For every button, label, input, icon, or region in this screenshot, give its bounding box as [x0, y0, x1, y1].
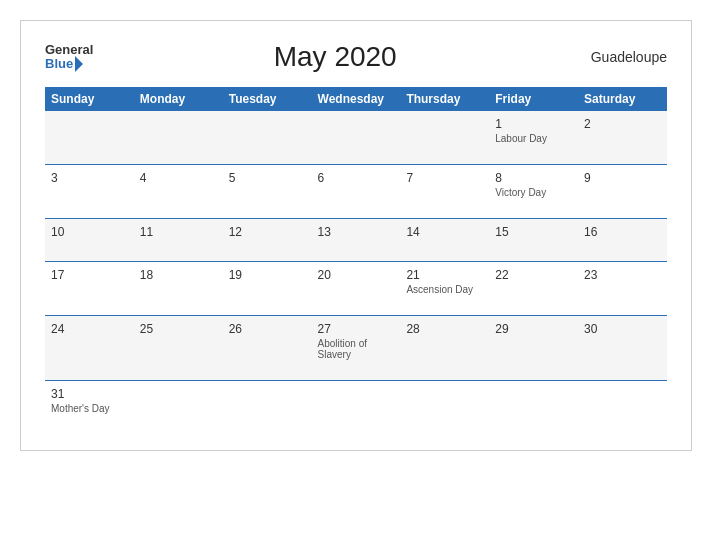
- table-row: [134, 111, 223, 165]
- day-number: 30: [584, 322, 661, 336]
- day-number: 20: [318, 268, 395, 282]
- table-row: [578, 381, 667, 435]
- calendar-header: General Blue May 2020 Guadeloupe: [45, 41, 667, 73]
- day-number: 6: [318, 171, 395, 185]
- col-sunday: Sunday: [45, 87, 134, 111]
- day-number: 9: [584, 171, 661, 185]
- day-number: 5: [229, 171, 306, 185]
- country-label: Guadeloupe: [577, 49, 667, 65]
- table-row: 2: [578, 111, 667, 165]
- day-number: 10: [51, 225, 128, 239]
- table-row: 26: [223, 316, 312, 381]
- calendar-page: General Blue May 2020 Guadeloupe Sunday …: [20, 20, 692, 451]
- table-row: 1Labour Day: [489, 111, 578, 165]
- holiday-label: Labour Day: [495, 133, 572, 144]
- logo: General Blue: [45, 43, 93, 72]
- col-monday: Monday: [134, 87, 223, 111]
- table-row: 19: [223, 262, 312, 316]
- table-row: 15: [489, 219, 578, 262]
- table-row: [400, 381, 489, 435]
- table-row: 12: [223, 219, 312, 262]
- col-wednesday: Wednesday: [312, 87, 401, 111]
- table-row: [223, 381, 312, 435]
- table-row: 7: [400, 165, 489, 219]
- col-saturday: Saturday: [578, 87, 667, 111]
- logo-triangle-icon: [75, 56, 83, 72]
- holiday-label: Abolition of Slavery: [318, 338, 395, 360]
- day-number: 18: [140, 268, 217, 282]
- table-row: 5: [223, 165, 312, 219]
- day-number: 21: [406, 268, 483, 282]
- table-row: [312, 381, 401, 435]
- logo-general-text: General: [45, 43, 93, 56]
- day-number: 19: [229, 268, 306, 282]
- table-row: 9: [578, 165, 667, 219]
- col-friday: Friday: [489, 87, 578, 111]
- holiday-label: Ascension Day: [406, 284, 483, 295]
- table-row: 13: [312, 219, 401, 262]
- day-number: 16: [584, 225, 661, 239]
- table-row: 18: [134, 262, 223, 316]
- calendar-body: 1Labour Day2345678Victory Day91011121314…: [45, 111, 667, 434]
- table-row: 30: [578, 316, 667, 381]
- day-number: 17: [51, 268, 128, 282]
- day-number: 29: [495, 322, 572, 336]
- day-number: 22: [495, 268, 572, 282]
- table-row: 8Victory Day: [489, 165, 578, 219]
- day-number: 13: [318, 225, 395, 239]
- table-row: [312, 111, 401, 165]
- calendar-header-row: Sunday Monday Tuesday Wednesday Thursday…: [45, 87, 667, 111]
- day-number: 2: [584, 117, 661, 131]
- table-row: [134, 381, 223, 435]
- table-row: 6: [312, 165, 401, 219]
- day-number: 14: [406, 225, 483, 239]
- day-number: 26: [229, 322, 306, 336]
- table-row: 27Abolition of Slavery: [312, 316, 401, 381]
- table-row: 23: [578, 262, 667, 316]
- table-row: 3: [45, 165, 134, 219]
- table-row: 17: [45, 262, 134, 316]
- table-row: 22: [489, 262, 578, 316]
- day-number: 25: [140, 322, 217, 336]
- table-row: 21Ascension Day: [400, 262, 489, 316]
- table-row: 11: [134, 219, 223, 262]
- table-row: 16: [578, 219, 667, 262]
- table-row: 4: [134, 165, 223, 219]
- calendar-table: Sunday Monday Tuesday Wednesday Thursday…: [45, 87, 667, 434]
- col-thursday: Thursday: [400, 87, 489, 111]
- holiday-label: Mother's Day: [51, 403, 128, 414]
- table-row: [223, 111, 312, 165]
- day-number: 27: [318, 322, 395, 336]
- day-number: 1: [495, 117, 572, 131]
- table-row: 14: [400, 219, 489, 262]
- table-row: 20: [312, 262, 401, 316]
- table-row: 29: [489, 316, 578, 381]
- day-number: 11: [140, 225, 217, 239]
- table-row: [45, 111, 134, 165]
- table-row: 31Mother's Day: [45, 381, 134, 435]
- table-row: [400, 111, 489, 165]
- day-number: 4: [140, 171, 217, 185]
- day-number: 12: [229, 225, 306, 239]
- holiday-label: Victory Day: [495, 187, 572, 198]
- day-number: 28: [406, 322, 483, 336]
- table-row: 24: [45, 316, 134, 381]
- day-number: 8: [495, 171, 572, 185]
- table-row: 28: [400, 316, 489, 381]
- logo-blue-text: Blue: [45, 56, 93, 72]
- table-row: 10: [45, 219, 134, 262]
- table-row: [489, 381, 578, 435]
- table-row: 25: [134, 316, 223, 381]
- day-number: 24: [51, 322, 128, 336]
- day-number: 7: [406, 171, 483, 185]
- day-number: 15: [495, 225, 572, 239]
- calendar-title: May 2020: [93, 41, 577, 73]
- col-tuesday: Tuesday: [223, 87, 312, 111]
- day-number: 3: [51, 171, 128, 185]
- day-number: 31: [51, 387, 128, 401]
- day-number: 23: [584, 268, 661, 282]
